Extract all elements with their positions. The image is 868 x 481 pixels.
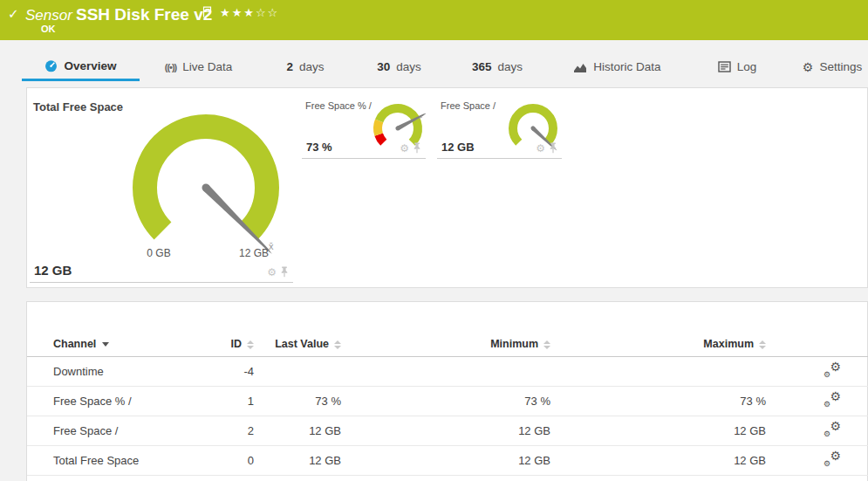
channel-last-value: 12 GB xyxy=(254,446,341,476)
sort-icon xyxy=(247,340,254,349)
table-row: Total Free Space 0 12 GB 12 GB 12 GB ⚙⚙ xyxy=(27,446,868,476)
sensor-tab-bar: Overview ((•)) Live Data 2 days 30 days … xyxy=(0,52,868,81)
column-header-maximum[interactable]: Maximum xyxy=(550,332,766,357)
gauge-free-space[interactable]: Free Space / 12 GB ⚙ xyxy=(437,96,562,159)
tab-label: Settings xyxy=(819,60,862,73)
channel-settings-gears-icon[interactable]: ⚙⚙ xyxy=(824,393,841,408)
column-label: Maximum xyxy=(703,338,754,350)
channel-minimum: 73 % xyxy=(341,387,550,416)
channel-settings-gears-icon[interactable]: ⚙⚙ xyxy=(824,452,841,467)
pin-icon[interactable] xyxy=(549,142,557,154)
log-list-icon xyxy=(718,61,731,72)
channel-maximum: 12 GB xyxy=(550,416,766,446)
gauge-current-value: 12 GB xyxy=(441,141,475,154)
object-kind-label: Sensor xyxy=(25,7,72,24)
gauge-settings-gear-icon[interactable]: ⚙ xyxy=(536,143,545,154)
tab-number: 30 xyxy=(377,60,390,73)
stars-empty: ☆☆ xyxy=(256,6,279,19)
gauge-settings-gear-icon[interactable]: ⚙ xyxy=(267,267,277,278)
tab-log[interactable]: Log xyxy=(707,52,768,81)
average-marker: x̄ xyxy=(269,241,274,251)
area-chart-icon xyxy=(573,61,587,73)
gauge-current-value: 12 GB xyxy=(34,263,72,278)
tab-label: Live Data xyxy=(182,60,232,73)
channel-maximum: 12 GB xyxy=(550,446,766,476)
table-row: Downtime -4 ⚙⚙ xyxy=(27,357,868,387)
channel-id: 2 xyxy=(228,416,254,446)
channel-last-value xyxy=(254,357,341,387)
tab-label: Log xyxy=(737,60,757,73)
channel-maximum xyxy=(550,357,766,387)
gauge-tools: ⚙ xyxy=(400,142,421,154)
gauge-tools: ⚙ xyxy=(536,142,557,154)
column-header-settings xyxy=(766,332,868,357)
tab-label: days xyxy=(299,60,325,73)
channel-minimum: 12 GB xyxy=(341,446,550,476)
channel-name: Free Space / xyxy=(27,416,228,446)
sort-icon xyxy=(334,340,341,349)
channel-last-value: 73 % xyxy=(254,387,341,416)
tab-2-days[interactable]: 2 days xyxy=(270,52,340,81)
broadcast-icon: ((•)) xyxy=(165,62,177,72)
column-header-minimum[interactable]: Minimum xyxy=(341,332,550,357)
sort-icon xyxy=(759,340,766,349)
channel-settings-gears-icon[interactable]: ⚙⚙ xyxy=(824,423,841,437)
gauge-current-value: 73 % xyxy=(306,141,332,154)
table-header-row: Channel ID Last Value Minimum Maximum xyxy=(27,332,868,357)
sort-descending-icon xyxy=(102,342,109,347)
pin-icon[interactable] xyxy=(413,142,421,154)
gauge-scale-min: 0 GB xyxy=(133,247,185,259)
column-label: Channel xyxy=(53,338,96,350)
tab-label: days xyxy=(396,60,421,73)
stars-filled: ★★★ xyxy=(220,6,256,19)
channel-settings-gears-icon[interactable]: ⚙⚙ xyxy=(824,363,841,378)
sort-icon xyxy=(543,340,550,349)
channel-name: Free Space % / xyxy=(27,387,228,416)
tab-settings[interactable]: ⚙ Settings xyxy=(798,52,866,81)
channel-name: Downtime xyxy=(27,357,228,387)
channel-maximum: 73 % xyxy=(550,387,766,416)
column-label: ID xyxy=(231,338,243,350)
channel-id: 1 xyxy=(228,387,254,416)
tab-label: Historic Data xyxy=(593,60,660,73)
channel-name: Total Free Space xyxy=(27,446,228,476)
priority-stars[interactable]: ★★★☆☆ xyxy=(220,6,279,19)
priority-flag-icon[interactable] xyxy=(202,5,212,21)
column-header-channel[interactable]: Channel xyxy=(27,332,228,357)
tab-label: Overview xyxy=(64,59,116,72)
gauge-tools: ⚙ xyxy=(267,266,289,278)
gauge-dial xyxy=(30,96,293,262)
gear-icon: ⚙ xyxy=(803,60,814,74)
table-row: Free Space % / 1 73 % 73 % 73 % ⚙⚙ xyxy=(27,387,868,416)
tab-number: 365 xyxy=(472,60,492,73)
column-header-id[interactable]: ID xyxy=(228,332,254,357)
tab-365-days[interactable]: 365 days xyxy=(467,52,528,81)
pin-icon[interactable] xyxy=(280,266,289,278)
column-label: Minimum xyxy=(490,338,538,350)
channel-last-value: 12 GB xyxy=(254,416,341,446)
sensor-header: ✓ Sensor SSH Disk Free v2 ★★★☆☆ OK xyxy=(0,0,868,40)
table-row: Free Space / 2 12 GB 12 GB 12 GB ⚙⚙ xyxy=(27,416,868,446)
channel-minimum xyxy=(341,357,550,387)
gauge-settings-gear-icon[interactable]: ⚙ xyxy=(400,143,409,154)
tab-label: days xyxy=(498,60,523,73)
status-ok-check-icon: ✓ xyxy=(8,6,19,22)
column-header-last-value[interactable]: Last Value xyxy=(254,332,341,357)
tab-number: 2 xyxy=(286,60,293,73)
column-label: Last Value xyxy=(275,338,329,350)
tab-live-data[interactable]: ((•)) Live Data xyxy=(153,52,244,81)
sensor-title: SSH Disk Free v2 xyxy=(76,5,212,24)
tab-30-days[interactable]: 30 days xyxy=(366,52,432,81)
tab-historic-data[interactable]: Historic Data xyxy=(567,52,667,81)
gauges-panel: Total Free Space 0 GB 12 GB x̄ 12 GB ⚙ F… xyxy=(26,87,868,288)
channels-table: Channel ID Last Value Minimum Maximum Do… xyxy=(27,332,868,476)
channel-minimum: 12 GB xyxy=(341,416,550,446)
tab-overview[interactable]: Overview xyxy=(22,52,140,81)
sensor-status-badge: OK xyxy=(41,24,56,34)
channel-id: -4 xyxy=(228,357,254,387)
channels-panel: Channel ID Last Value Minimum Maximum Do… xyxy=(26,301,868,481)
channel-id: 0 xyxy=(228,446,254,476)
gauge-total-free-space[interactable]: Total Free Space 0 GB 12 GB x̄ 12 GB ⚙ xyxy=(30,96,293,283)
gauge-icon xyxy=(44,59,58,72)
gauge-free-space-percent[interactable]: Free Space % / 73 % ⚙ xyxy=(302,96,426,159)
